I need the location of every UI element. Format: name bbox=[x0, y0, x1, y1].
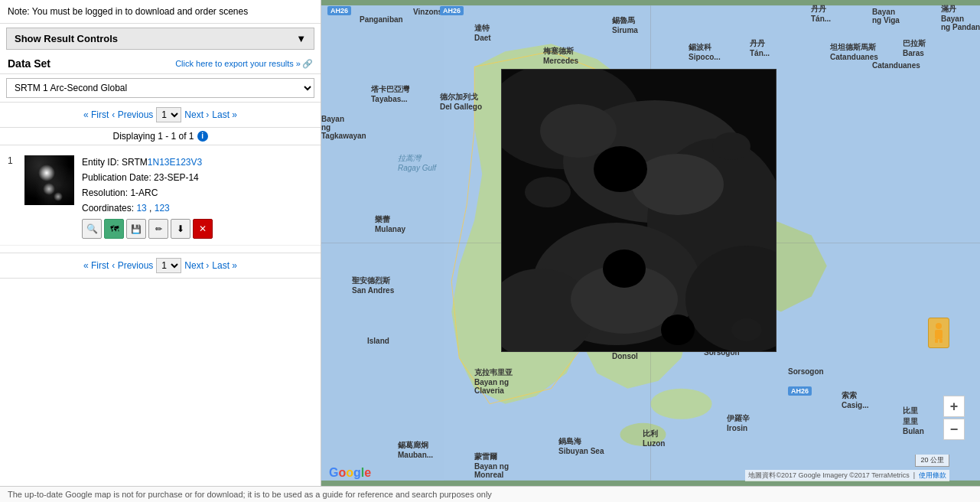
svg-point-19 bbox=[603, 249, 646, 288]
map-label-tubod: 滿丹Bayanng Pandan bbox=[941, 4, 980, 31]
first-page-link-bottom[interactable]: « First bbox=[83, 260, 109, 271]
map-panel[interactable]: Panganiban Vinzons 達特Daet 梅塞德斯Mercedes 錫… bbox=[321, 0, 980, 486]
pub-date-label: Publication Date: bbox=[82, 172, 151, 183]
prev-page-link-bottom[interactable]: ‹ Previous bbox=[112, 260, 153, 271]
pagination-bottom: « First ‹ Previous 1 Next › Last » bbox=[0, 253, 321, 279]
svg-rect-27 bbox=[939, 339, 943, 343]
map-label-baras: 巴拉斯Baras bbox=[903, 38, 926, 57]
map-label-bayan-ng-claveria: 克拉韦里亚Bayan ngClaveria bbox=[474, 367, 513, 395]
map-label-mulanay: 樂蕾Mulanay bbox=[375, 214, 405, 233]
export-results-link[interactable]: Click here to export your results » 🔗 bbox=[175, 59, 313, 69]
map-label-donsol: Donsol bbox=[612, 352, 638, 360]
show-result-controls-button[interactable]: Show Result Controls ▼ bbox=[6, 28, 314, 50]
zoom-controls: + − bbox=[943, 396, 965, 440]
map-label-san-andres2: 聖安德烈斯San Andres bbox=[352, 275, 394, 295]
map-label-pagbilao: 蒙雷爾Bayan ngMonreal bbox=[474, 451, 509, 479]
bottom-notice-text: The up-to-date Google map is not for pur… bbox=[8, 490, 492, 499]
page-select[interactable]: 1 bbox=[156, 107, 181, 122]
last-page-link-bottom[interactable]: Last » bbox=[212, 260, 237, 271]
show-result-controls-label: Show Result Controls bbox=[15, 33, 118, 44]
left-panel: Note: You must be logged in to download … bbox=[0, 0, 321, 486]
save-icon: 💾 bbox=[131, 224, 142, 234]
export-link-text: Click here to export your results » bbox=[175, 59, 301, 68]
note-bar: Note: You must be logged in to download … bbox=[0, 0, 321, 24]
pagination-top: « First ‹ Previous 1 Next › Last » bbox=[0, 103, 321, 128]
zoom-in-button[interactable]: + bbox=[943, 396, 965, 417]
map-container[interactable]: Panganiban Vinzons 達特Daet 梅塞德斯Mercedes 錫… bbox=[321, 0, 980, 486]
map-label-tayabas-bay: 塔卡巴亞灣Tayabas... bbox=[371, 84, 409, 103]
map-label-san-andres: 坦坦德斯馬斯Catanduanes bbox=[830, 42, 878, 61]
data-set-bar: Data Set Click here to export your resul… bbox=[0, 54, 321, 74]
dataset-select-wrapper: SRTM 1 Arc-Second GlobalSRTM 3 Arc-Secon… bbox=[0, 74, 321, 103]
result-actions: 🔍 🗺 💾 ✏ ⬇ bbox=[82, 219, 313, 239]
satellite-image-overlay bbox=[501, 69, 777, 352]
download-button[interactable]: ⬇ bbox=[171, 219, 190, 239]
coords-link-lon[interactable]: 123 bbox=[155, 203, 170, 214]
coords-separator: , bbox=[149, 203, 155, 214]
displaying-text: Displaying 1 - 1 of 1 bbox=[112, 131, 194, 142]
prev-page-link[interactable]: ‹ Previous bbox=[112, 109, 153, 120]
svg-point-21 bbox=[525, 177, 571, 207]
results-list: 1 Entity ID: SRTM1N13E123V3 Publication … bbox=[0, 145, 321, 249]
map-label-irosin: 伊羅辛Irosin bbox=[727, 413, 750, 432]
result-details: Entity ID: SRTM1N13E123V3 Publication Da… bbox=[82, 155, 313, 239]
next-page-link-bottom[interactable]: Next › bbox=[184, 260, 209, 271]
edit-icon: ✏ bbox=[155, 224, 162, 234]
map-label-mercedes: 梅塞德斯Mercedes bbox=[543, 46, 578, 65]
highway-marker-ah26-3: AH26 bbox=[788, 386, 812, 396]
map-label-sibuyan-sea: 鍋島海Sibuyan Sea bbox=[558, 436, 604, 455]
show-footprint-button[interactable]: 🔍 bbox=[82, 219, 102, 239]
download-icon: ⬇ bbox=[177, 223, 184, 234]
map-label-bulan: 比里里里Bulan bbox=[903, 406, 924, 435]
scale-label: 20 公里 bbox=[920, 456, 944, 464]
dataset-select[interactable]: SRTM 1 Arc-Second GlobalSRTM 3 Arc-Secon… bbox=[6, 78, 314, 98]
map-label-catanduanes: Catanduanes bbox=[872, 61, 920, 70]
satellite-svg bbox=[502, 70, 777, 352]
highway-marker-ah26-2: AH26 bbox=[440, 6, 464, 15]
coords-link-lat[interactable]: 13 bbox=[136, 203, 146, 214]
svg-point-23 bbox=[731, 318, 762, 341]
svg-point-24 bbox=[936, 323, 942, 329]
svg-point-22 bbox=[712, 132, 750, 160]
displaying-bar: Displaying 1 - 1 of 1 i bbox=[0, 128, 321, 145]
info-icon[interactable]: i bbox=[197, 131, 208, 142]
remove-button[interactable]: ✕ bbox=[193, 219, 213, 239]
last-page-link[interactable]: Last » bbox=[212, 109, 237, 120]
pegman-icon[interactable] bbox=[928, 318, 949, 348]
result-thumbnail bbox=[24, 155, 74, 205]
svg-point-15 bbox=[540, 104, 617, 158]
svg-point-20 bbox=[661, 315, 695, 345]
map-label-bayan-ng-viga: Bayanng Viga bbox=[872, 8, 900, 24]
entity-id-link[interactable]: 1N13E123V3 bbox=[148, 157, 202, 168]
map-label-casiguran: 索索Casig... bbox=[842, 390, 869, 409]
next-page-link[interactable]: Next › bbox=[184, 109, 209, 120]
highway-marker-ah26-1: AH26 bbox=[327, 6, 351, 15]
zoom-out-button[interactable]: − bbox=[943, 419, 965, 440]
remove-icon: ✕ bbox=[199, 223, 207, 234]
copyright-text: 地圖資料©2017 Google Imagery ©2017 TerraMetr… bbox=[748, 471, 909, 479]
page-select-bottom[interactable]: 1 bbox=[156, 258, 181, 273]
entity-id-prefix: SRTM bbox=[122, 157, 148, 168]
pub-date-value: 23-SEP-14 bbox=[154, 172, 199, 183]
map-label-mauban: 錫葛廊炯Mauban... bbox=[398, 440, 433, 459]
first-page-link[interactable]: « First bbox=[83, 109, 109, 120]
terms-link[interactable]: 使用條款 bbox=[919, 471, 946, 479]
map-label-bayan-ng-tagkawayan: BayanngTagkawayan bbox=[321, 115, 366, 140]
map-label-luzon: 比利Luzon bbox=[643, 429, 665, 448]
table-row: 1 Entity ID: SRTM1N13E123V3 Publication … bbox=[0, 149, 321, 246]
bottom-notice: The up-to-date Google map is not for pur… bbox=[0, 486, 980, 502]
edit-button[interactable]: ✏ bbox=[148, 219, 168, 239]
note-text: Note: You must be logged in to download … bbox=[8, 6, 248, 17]
map-label-del-gallego: 德尔加列戈Del Gallego bbox=[440, 92, 482, 111]
map-label-siruma: 錫魯馬Siruma bbox=[612, 15, 638, 34]
map-label-sipocot: 錫波科Sipoco... bbox=[689, 42, 721, 61]
save-bulk-button[interactable]: 💾 bbox=[126, 219, 146, 239]
show-browse-button[interactable]: 🗺 bbox=[104, 219, 124, 239]
resolution-label: Resolution: bbox=[82, 187, 128, 198]
map-scale: 20 公里 bbox=[915, 455, 949, 467]
svg-rect-25 bbox=[935, 330, 943, 339]
result-number: 1 bbox=[8, 155, 17, 239]
export-icon: 🔗 bbox=[302, 59, 313, 69]
map-label-ragay-gulf: 拉蒿灣Ragay Gulf bbox=[398, 153, 436, 172]
map-label-vinzons: Vinzons bbox=[413, 8, 442, 16]
